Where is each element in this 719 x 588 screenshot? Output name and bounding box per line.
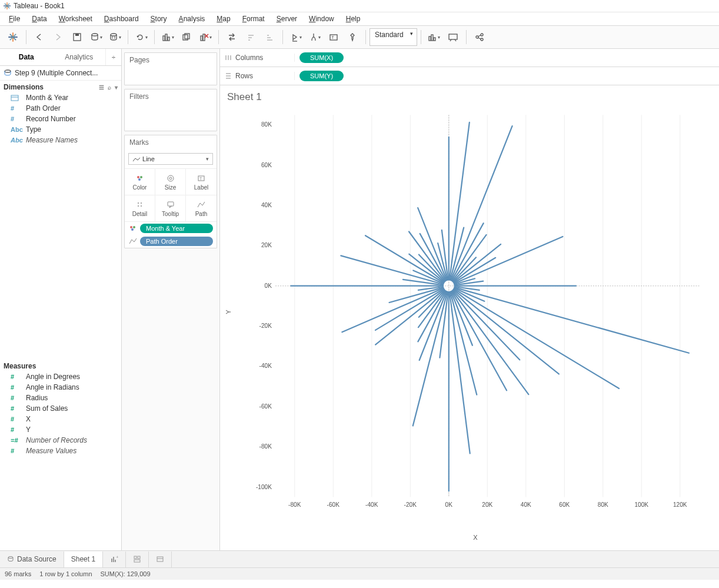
new-worksheet-button[interactable] bbox=[159, 29, 176, 45]
rows-label: Rows bbox=[235, 72, 253, 80]
field-x[interactable]: #X bbox=[0, 414, 121, 424]
field-label: X bbox=[26, 415, 31, 423]
pause-updates-button[interactable] bbox=[106, 29, 123, 45]
sheet-canvas[interactable]: Sheet 1 -100K-80K-60K-40K-20K0K20K40K60K… bbox=[220, 85, 719, 550]
svg-text:20K: 20K bbox=[482, 501, 492, 508]
field-type-icon: # bbox=[11, 105, 22, 112]
mark-path-button[interactable]: Path bbox=[186, 195, 217, 222]
mark-color-button[interactable]: Color bbox=[125, 169, 155, 195]
pane-collapse-icon[interactable]: ÷ bbox=[105, 49, 121, 65]
svg-rect-29 bbox=[449, 34, 457, 39]
forward-button[interactable] bbox=[50, 29, 66, 45]
status-agg: SUM(X): 129,009 bbox=[101, 570, 151, 577]
svg-line-132 bbox=[450, 292, 470, 453]
window-title: Tableau - Book1 bbox=[14, 2, 65, 10]
save-button[interactable] bbox=[69, 29, 85, 45]
field-month-year[interactable]: Month & Year bbox=[0, 92, 121, 103]
menu-server[interactable]: Server bbox=[271, 13, 303, 25]
menu-worksheet[interactable]: Worksheet bbox=[53, 13, 98, 25]
field-angle-in-degrees[interactable]: #Angle in Degrees bbox=[0, 371, 121, 382]
field-y[interactable]: #Y bbox=[0, 424, 121, 435]
view-list-icon[interactable]: ☰ bbox=[99, 84, 104, 91]
pin-button[interactable] bbox=[344, 29, 361, 45]
columns-icon bbox=[225, 54, 232, 61]
field-angle-in-radians[interactable]: #Angle in Radians bbox=[0, 382, 121, 393]
fit-select[interactable]: Standard bbox=[370, 28, 417, 46]
mark-size-button[interactable]: Size bbox=[155, 169, 186, 195]
new-worksheet-tab[interactable]: + bbox=[103, 552, 126, 567]
new-datasource-button[interactable] bbox=[88, 29, 104, 45]
highlight-button[interactable] bbox=[288, 29, 304, 45]
svg-text:20K: 20K bbox=[261, 242, 272, 248]
tab-data-source[interactable]: Data Source bbox=[0, 552, 64, 567]
group-button[interactable] bbox=[307, 29, 323, 45]
columns-pill[interactable]: SUM(X) bbox=[299, 52, 344, 63]
datasource-item[interactable]: Step 9 (Multiple Connect... bbox=[0, 66, 121, 80]
field-measure-names[interactable]: AbcMeasure Names bbox=[0, 135, 121, 145]
menu-help[interactable]: Help bbox=[340, 13, 367, 25]
field-label: Angle in Degrees bbox=[26, 373, 80, 381]
tableau-start-icon[interactable] bbox=[5, 29, 21, 45]
menu-analysis[interactable]: Analysis bbox=[173, 13, 211, 25]
menu-map[interactable]: Map bbox=[211, 13, 236, 25]
labels-button[interactable]: T bbox=[325, 29, 342, 45]
menu-format[interactable]: Format bbox=[237, 13, 271, 25]
menu-story[interactable]: Story bbox=[145, 13, 173, 25]
svg-text:-40K: -40K bbox=[259, 363, 272, 369]
field-type[interactable]: AbcType bbox=[0, 124, 121, 135]
show-me-button[interactable] bbox=[426, 29, 442, 45]
search-icon[interactable]: ⌕ bbox=[108, 84, 111, 91]
new-dashboard-tab[interactable] bbox=[126, 552, 149, 567]
field-label: Measure Values bbox=[26, 447, 76, 455]
tab-analytics[interactable]: Analytics bbox=[53, 49, 106, 65]
mark-tooltip-button[interactable]: Tooltip bbox=[155, 195, 186, 222]
tab-sheet1[interactable]: Sheet 1 bbox=[64, 552, 103, 567]
rows-shelf[interactable]: Rows SUM(Y) bbox=[220, 67, 719, 85]
svg-text:-40K: -40K bbox=[365, 501, 378, 508]
pages-card[interactable]: Pages bbox=[124, 52, 217, 85]
new-story-tab[interactable] bbox=[149, 552, 172, 567]
swap-axes-button[interactable] bbox=[224, 29, 240, 45]
field-measure-values[interactable]: #Measure Values bbox=[0, 446, 121, 456]
svg-rect-14 bbox=[163, 36, 165, 41]
field-sum-of-sales[interactable]: #Sum of Sales bbox=[0, 403, 121, 414]
rows-pill[interactable]: SUM(Y) bbox=[299, 71, 344, 81]
main-area: Data Analytics ÷ Step 9 (Multiple Connec… bbox=[0, 49, 719, 550]
presentation-button[interactable] bbox=[445, 29, 461, 45]
sort-asc-button[interactable] bbox=[242, 29, 259, 45]
marks-label: Marks bbox=[125, 135, 217, 150]
filters-card[interactable]: Filters bbox=[124, 89, 217, 131]
sort-desc-button[interactable] bbox=[261, 29, 278, 45]
field-radius[interactable]: #Radius bbox=[0, 393, 121, 403]
status-marks: 96 marks bbox=[5, 570, 31, 577]
mark-detail-button[interactable]: Detail bbox=[125, 195, 155, 222]
refresh-button[interactable] bbox=[133, 29, 149, 45]
x-axis-label[interactable]: X bbox=[473, 534, 477, 541]
tab-data[interactable]: Data bbox=[0, 49, 53, 65]
share-button[interactable] bbox=[471, 29, 488, 45]
clear-sheet-button[interactable] bbox=[197, 29, 214, 45]
menu-data[interactable]: Data bbox=[26, 13, 52, 25]
sheet-title[interactable]: Sheet 1 bbox=[226, 89, 713, 105]
field-path-order[interactable]: #Path Order bbox=[0, 103, 121, 114]
field-record-number[interactable]: #Record Number bbox=[0, 114, 121, 124]
menu-dashboard[interactable]: Dashboard bbox=[98, 13, 145, 25]
svg-point-54 bbox=[131, 228, 134, 231]
svg-line-125 bbox=[419, 290, 445, 317]
back-button[interactable] bbox=[31, 29, 48, 45]
datasource-name: Step 9 (Multiple Connect... bbox=[15, 69, 98, 77]
mark-type-select[interactable]: Line ▾ bbox=[128, 153, 213, 165]
y-axis-label[interactable]: Y bbox=[225, 310, 232, 314]
menu-window[interactable]: Window bbox=[303, 13, 340, 25]
field-number-of-records[interactable]: =#Number of Records bbox=[0, 435, 121, 446]
menu-caret-icon[interactable]: ▾ bbox=[115, 84, 118, 91]
columns-shelf[interactable]: Columns SUM(X) bbox=[220, 49, 719, 67]
menu-file[interactable]: File bbox=[3, 13, 26, 25]
mark-pill-path-order[interactable]: Path Order bbox=[140, 237, 213, 246]
svg-point-52 bbox=[130, 226, 132, 228]
filters-label: Filters bbox=[125, 89, 217, 104]
svg-text:T: T bbox=[199, 177, 202, 181]
duplicate-sheet-button[interactable] bbox=[178, 29, 195, 45]
mark-pill-month-year[interactable]: Month & Year bbox=[140, 224, 213, 233]
mark-label-button[interactable]: TLabel bbox=[186, 169, 217, 195]
